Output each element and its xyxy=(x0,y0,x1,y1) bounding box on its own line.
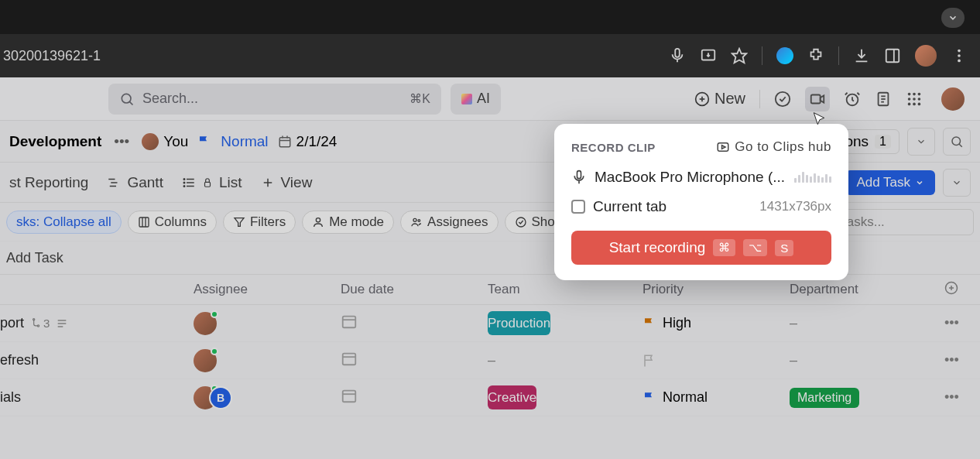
add-column-icon[interactable] xyxy=(944,281,958,295)
row-more-icon[interactable]: ••• xyxy=(944,315,980,331)
table-row[interactable]: port 3 Production High – ••• xyxy=(0,305,980,342)
assignee-avatar-extra[interactable]: B xyxy=(209,386,232,409)
view-label: st Reporting xyxy=(9,174,88,191)
users-icon xyxy=(410,216,423,228)
mic-source-row[interactable]: MacBook Pro Microphone (... xyxy=(571,169,831,186)
list-icon xyxy=(182,176,196,190)
ations-count: 1 xyxy=(875,135,891,149)
user-avatar[interactable] xyxy=(941,87,965,111)
plus-circle-icon xyxy=(694,91,710,107)
svg-rect-66 xyxy=(343,354,356,365)
tab-source-row[interactable]: Current tab 1431x736px xyxy=(571,198,831,215)
screencast-icon[interactable] xyxy=(776,47,793,64)
profile-avatar[interactable] xyxy=(915,45,937,67)
new-button[interactable]: New xyxy=(694,90,745,108)
search-tasks-input[interactable]: tasks... xyxy=(834,209,974,235)
priority-value[interactable]: Normal xyxy=(663,389,708,406)
row-more-icon[interactable]: ••• xyxy=(944,389,980,406)
grid-icon[interactable] xyxy=(906,91,923,108)
online-dot-icon xyxy=(211,310,218,318)
pill-label: Me mode xyxy=(329,214,384,230)
clips-hub-link[interactable]: Go to Clips hub xyxy=(716,139,831,155)
breadcrumb-title[interactable]: Development xyxy=(9,133,101,150)
svg-point-24 xyxy=(908,98,911,101)
due-date[interactable]: 2/1/24 xyxy=(278,133,338,150)
mic-icon[interactable] xyxy=(669,47,686,64)
me-mode-pill[interactable]: Me mode xyxy=(302,211,394,234)
col-assignee[interactable]: Assignee xyxy=(194,282,341,297)
online-dot-icon xyxy=(211,348,218,355)
assignee-avatar[interactable] xyxy=(194,349,217,372)
checkbox-icon[interactable] xyxy=(571,200,585,214)
add-task-button[interactable]: Add Task xyxy=(845,170,935,195)
video-record-button[interactable] xyxy=(805,87,830,111)
panel-icon[interactable] xyxy=(884,47,901,64)
browser-chevron-down[interactable] xyxy=(941,8,965,28)
table-row[interactable]: ials B Creative Normal Marketing ••• xyxy=(0,379,980,416)
alarm-icon[interactable] xyxy=(844,91,861,108)
filters-pill[interactable]: Filters xyxy=(223,211,296,234)
download-icon[interactable] xyxy=(853,47,870,64)
calendar-empty-icon[interactable] xyxy=(341,350,358,367)
svg-rect-30 xyxy=(279,137,290,146)
dropdown-button[interactable] xyxy=(907,128,935,156)
view-reporting[interactable]: st Reporting xyxy=(9,174,88,191)
team-empty[interactable]: – xyxy=(488,352,495,368)
filter-icon xyxy=(233,216,245,228)
new-label: New xyxy=(714,90,745,108)
shortcut-key: ⌘ xyxy=(713,239,735,256)
gantt-icon xyxy=(107,176,121,190)
subtask-count[interactable]: 3 xyxy=(30,317,50,330)
task-name: port xyxy=(0,315,24,331)
desc-icon[interactable] xyxy=(56,317,68,330)
more-button[interactable] xyxy=(943,169,971,197)
start-recording-button[interactable]: Start recording ⌘ ⌥ S xyxy=(571,231,831,265)
kebab-menu-icon[interactable] xyxy=(951,47,968,64)
priority-normal[interactable]: Normal xyxy=(221,133,268,150)
svg-rect-45 xyxy=(204,182,210,187)
assignees-pill[interactable]: Assignees xyxy=(400,211,498,234)
pill-label: Filters xyxy=(250,214,286,230)
tab-dimensions: 1431x736px xyxy=(759,199,831,214)
dept-empty[interactable]: – xyxy=(790,352,797,368)
ai-label: AI xyxy=(477,91,490,107)
install-icon[interactable] xyxy=(700,47,717,64)
calendar-empty-icon[interactable] xyxy=(341,387,358,404)
svg-marker-71 xyxy=(722,146,726,149)
col-priority[interactable]: Priority xyxy=(642,282,790,297)
dept-badge[interactable]: Marketing xyxy=(790,388,859,408)
assignee-avatar[interactable] xyxy=(194,312,217,335)
view-gantt[interactable]: Gantt xyxy=(107,174,163,191)
extensions-icon[interactable] xyxy=(807,47,824,64)
breadcrumb-more-icon[interactable]: ••• xyxy=(114,133,129,150)
assignee-you[interactable]: You xyxy=(142,133,188,150)
col-team[interactable]: Team xyxy=(488,282,642,297)
col-due[interactable]: Due date xyxy=(341,282,488,297)
mouse-cursor-icon xyxy=(811,111,827,127)
team-badge[interactable]: Creative xyxy=(488,385,536,409)
volume-meter xyxy=(794,172,831,183)
doc-icon[interactable] xyxy=(875,91,892,108)
check-circle-icon[interactable] xyxy=(774,91,791,108)
team-badge[interactable]: Production xyxy=(488,311,550,335)
flag-empty-icon[interactable] xyxy=(642,354,656,368)
columns-icon xyxy=(138,216,150,228)
star-icon[interactable] xyxy=(731,47,748,64)
user-icon xyxy=(312,216,324,228)
dept-empty[interactable]: – xyxy=(790,315,797,331)
add-task-inline[interactable]: Add Task xyxy=(6,250,63,266)
search-button[interactable] xyxy=(943,128,971,156)
table-row[interactable]: efresh – – ••• xyxy=(0,342,980,379)
separator xyxy=(838,46,839,65)
col-dept[interactable]: Department xyxy=(790,282,944,297)
priority-value[interactable]: High xyxy=(663,315,691,331)
columns-pill[interactable]: Columns xyxy=(128,211,217,234)
search-input[interactable]: Search... ⌘K xyxy=(108,84,441,115)
row-more-icon[interactable]: ••• xyxy=(944,352,980,368)
ai-button[interactable]: AI xyxy=(451,84,501,115)
collapse-all-pill[interactable]: sks: Collapse all xyxy=(6,211,122,234)
view-add[interactable]: View xyxy=(261,174,313,191)
calendar-empty-icon[interactable] xyxy=(341,313,358,330)
search-tasks-placeholder: tasks... xyxy=(843,214,885,230)
view-list[interactable]: List xyxy=(182,174,242,191)
